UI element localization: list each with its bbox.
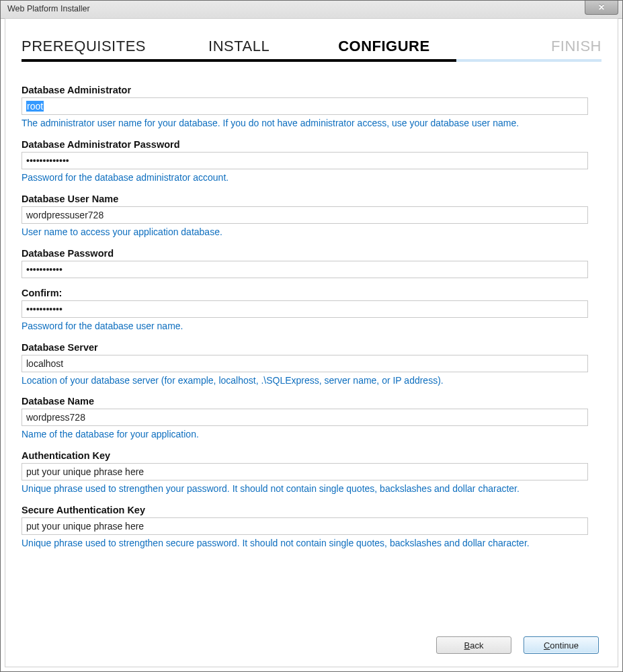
content-panel: PREREQUISITES INSTALL CONFIGURE FINISH D… [5,18,618,667]
input-db-user[interactable] [22,206,588,224]
installer-window: Web Platform Installer ✕ PREREQUISITES I… [0,0,623,672]
help-db-admin-password: Password for the database administrator … [22,171,588,184]
window-title: Web Platform Installer [1,1,622,13]
input-db-password[interactable] [22,261,588,278]
help-db-user: User name to access your application dat… [22,226,588,239]
step-prerequisites: PREREQUISITES [22,38,167,59]
window-close-button[interactable]: ✕ [585,1,618,15]
wizard-progress-bar [22,59,601,62]
label-db-admin: Database Administrator [22,85,588,95]
label-auth-key: Authentication Key [22,450,588,461]
continue-button[interactable]: Continue [524,636,599,654]
step-install: INSTALL [167,38,312,59]
help-db-name: Name of the database for your applicatio… [22,428,588,441]
help-auth-key: Unique phrase used to strengthen your pa… [22,482,588,495]
field-db-password: Database Password [22,248,588,278]
input-db-admin-password[interactable] [22,152,588,169]
field-secure-auth-key: Secure Authentication Key Unique phrase … [22,505,588,550]
progress-segment [312,59,457,62]
field-db-user: Database User Name User name to access y… [22,194,588,239]
field-db-password-confirm: Confirm: Password for the database user … [22,288,588,333]
field-db-server: Database Server Location of your databas… [22,342,588,387]
field-db-admin-password: Database Administrator Password Password… [22,139,588,184]
input-db-server[interactable] [22,355,588,372]
label-db-name: Database Name [22,396,588,407]
label-db-password-confirm: Confirm: [22,288,588,298]
form-scroll-area[interactable]: Database Administrator root The administ… [22,85,593,617]
progress-segment [456,59,601,62]
input-db-admin[interactable]: root [22,97,588,115]
label-db-user: Database User Name [22,194,588,204]
help-db-server: Location of your database server (for ex… [22,374,588,387]
footer-buttons: Back Continue [5,624,618,667]
label-secure-auth-key: Secure Authentication Key [22,505,588,515]
label-db-admin-password: Database Administrator Password [22,139,588,150]
input-db-password-confirm[interactable] [22,300,588,318]
titlebar: Web Platform Installer ✕ [1,1,622,19]
help-secure-auth-key: Unique phrase used to strengthen secure … [22,537,588,550]
selected-text: root [26,101,44,112]
label-db-password: Database Password [22,248,588,259]
close-icon: ✕ [598,3,605,12]
input-secure-auth-key[interactable] [22,517,588,535]
input-db-name[interactable] [22,409,588,426]
progress-segment [22,59,167,62]
step-finish: FINISH [456,38,601,59]
field-db-name: Database Name Name of the database for y… [22,396,588,441]
label-db-server: Database Server [22,342,588,353]
field-auth-key: Authentication Key Unique phrase used to… [22,450,588,495]
field-db-admin: Database Administrator root The administ… [22,85,588,130]
back-button[interactable]: Back [436,636,511,654]
help-db-password-confirm: Password for the database user name. [22,320,588,333]
help-db-admin: The administrator user name for your dat… [22,117,588,130]
wizard-steps: PREREQUISITES INSTALL CONFIGURE FINISH [5,19,618,59]
step-configure: CONFIGURE [312,38,457,59]
input-auth-key[interactable] [22,463,588,480]
progress-segment [167,59,312,62]
